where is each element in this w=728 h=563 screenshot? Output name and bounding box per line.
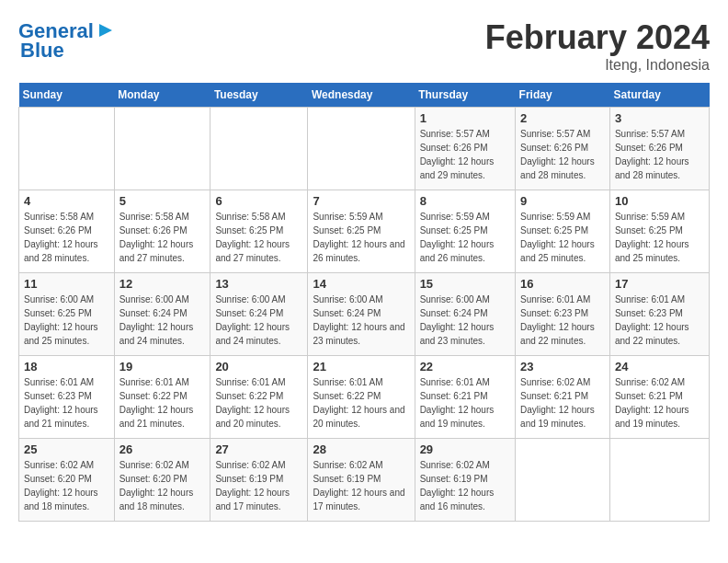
day-info: Sunrise: 5:59 AMSunset: 6:25 PMDaylight:… — [520, 210, 605, 265]
title-block: February 2024 Iteng, Indonesia — [485, 18, 710, 74]
day-info: Sunrise: 6:00 AMSunset: 6:24 PMDaylight:… — [119, 293, 206, 348]
day-info: Sunrise: 5:57 AMSunset: 6:26 PMDaylight:… — [520, 127, 605, 182]
calendar-cell: 29Sunrise: 6:02 AMSunset: 6:19 PMDayligh… — [415, 439, 515, 522]
day-info: Sunrise: 6:01 AMSunset: 6:23 PMDaylight:… — [615, 293, 704, 348]
day-info: Sunrise: 6:02 AMSunset: 6:19 PMDaylight:… — [313, 458, 409, 513]
weekday-header-friday: Friday — [516, 83, 610, 108]
calendar-cell — [19, 108, 115, 190]
day-info: Sunrise: 6:01 AMSunset: 6:21 PMDaylight:… — [420, 375, 510, 431]
day-number: 18 — [24, 360, 109, 373]
day-number: 29 — [420, 442, 510, 456]
page-header: General Blue February 2024 Iteng, Indone… — [18, 18, 710, 74]
calendar-cell — [609, 439, 709, 522]
calendar-cell: 5Sunrise: 5:58 AMSunset: 6:26 PMDaylight… — [114, 190, 210, 273]
day-info: Sunrise: 5:57 AMSunset: 6:26 PMDaylight:… — [420, 127, 510, 182]
calendar-table: SundayMondayTuesdayWednesdayThursdayFrid… — [18, 83, 710, 522]
weekday-header-monday: Monday — [114, 83, 210, 108]
weekday-header-sunday: Sunday — [19, 83, 115, 108]
day-number: 20 — [215, 360, 302, 373]
day-info: Sunrise: 6:02 AMSunset: 6:19 PMDaylight:… — [420, 458, 510, 513]
calendar-cell: 2Sunrise: 5:57 AMSunset: 6:26 PMDaylight… — [516, 108, 610, 190]
day-number: 1 — [420, 111, 510, 125]
weekday-header-wednesday: Wednesday — [308, 83, 415, 108]
day-info: Sunrise: 5:59 AMSunset: 6:25 PMDaylight:… — [615, 210, 704, 265]
weekday-header-row: SundayMondayTuesdayWednesdayThursdayFrid… — [19, 83, 710, 108]
day-info: Sunrise: 6:01 AMSunset: 6:22 PMDaylight:… — [313, 375, 409, 431]
day-info: Sunrise: 6:01 AMSunset: 6:23 PMDaylight:… — [24, 375, 109, 431]
day-number: 8 — [420, 194, 510, 208]
logo-blue-text: Blue — [20, 40, 64, 61]
day-number: 24 — [615, 360, 704, 373]
day-info: Sunrise: 6:02 AMSunset: 6:21 PMDaylight:… — [615, 375, 704, 431]
day-info: Sunrise: 6:00 AMSunset: 6:25 PMDaylight:… — [24, 293, 109, 348]
day-info: Sunrise: 5:58 AMSunset: 6:25 PMDaylight:… — [215, 210, 302, 265]
calendar-cell: 1Sunrise: 5:57 AMSunset: 6:26 PMDaylight… — [415, 108, 515, 190]
calendar-cell: 12Sunrise: 6:00 AMSunset: 6:24 PMDayligh… — [114, 273, 210, 356]
day-info: Sunrise: 6:01 AMSunset: 6:22 PMDaylight:… — [119, 375, 206, 431]
calendar-cell: 7Sunrise: 5:59 AMSunset: 6:25 PMDaylight… — [308, 190, 415, 273]
day-number: 17 — [615, 277, 704, 291]
calendar-cell: 4Sunrise: 5:58 AMSunset: 6:26 PMDaylight… — [19, 190, 115, 273]
calendar-week-row: 25Sunrise: 6:02 AMSunset: 6:20 PMDayligh… — [19, 439, 710, 522]
day-info: Sunrise: 6:00 AMSunset: 6:24 PMDaylight:… — [313, 293, 409, 348]
calendar-cell: 22Sunrise: 6:01 AMSunset: 6:21 PMDayligh… — [415, 356, 515, 439]
day-number: 9 — [520, 194, 605, 208]
day-number: 4 — [24, 194, 109, 208]
day-number: 10 — [615, 194, 704, 208]
day-info: Sunrise: 5:58 AMSunset: 6:26 PMDaylight:… — [24, 210, 109, 265]
calendar-title: February 2024 — [485, 18, 710, 57]
calendar-cell: 28Sunrise: 6:02 AMSunset: 6:19 PMDayligh… — [308, 439, 415, 522]
calendar-cell: 10Sunrise: 5:59 AMSunset: 6:25 PMDayligh… — [609, 190, 709, 273]
calendar-week-row: 4Sunrise: 5:58 AMSunset: 6:26 PMDaylight… — [19, 190, 710, 273]
day-number: 21 — [313, 360, 409, 373]
day-number: 13 — [215, 277, 302, 291]
day-info: Sunrise: 5:59 AMSunset: 6:25 PMDaylight:… — [313, 210, 409, 265]
calendar-cell: 14Sunrise: 6:00 AMSunset: 6:24 PMDayligh… — [308, 273, 415, 356]
calendar-cell: 27Sunrise: 6:02 AMSunset: 6:19 PMDayligh… — [210, 439, 308, 522]
calendar-cell: 19Sunrise: 6:01 AMSunset: 6:22 PMDayligh… — [114, 356, 210, 439]
day-number: 7 — [313, 194, 409, 208]
day-number: 11 — [24, 277, 109, 291]
calendar-cell: 20Sunrise: 6:01 AMSunset: 6:22 PMDayligh… — [210, 356, 308, 439]
calendar-cell: 8Sunrise: 5:59 AMSunset: 6:25 PMDaylight… — [415, 190, 515, 273]
calendar-cell: 17Sunrise: 6:01 AMSunset: 6:23 PMDayligh… — [609, 273, 709, 356]
logo: General Blue — [18, 18, 116, 61]
calendar-cell — [308, 108, 415, 190]
calendar-cell: 25Sunrise: 6:02 AMSunset: 6:20 PMDayligh… — [19, 439, 115, 522]
day-number: 15 — [420, 277, 510, 291]
day-number: 28 — [313, 442, 409, 456]
day-number: 25 — [24, 442, 109, 456]
day-number: 19 — [119, 360, 206, 373]
calendar-cell: 16Sunrise: 6:01 AMSunset: 6:23 PMDayligh… — [516, 273, 610, 356]
day-info: Sunrise: 6:02 AMSunset: 6:19 PMDaylight:… — [215, 458, 302, 513]
calendar-location: Iteng, Indonesia — [485, 57, 710, 74]
day-info: Sunrise: 6:01 AMSunset: 6:23 PMDaylight:… — [520, 293, 605, 348]
day-number: 27 — [215, 442, 302, 456]
calendar-cell — [516, 439, 610, 522]
day-info: Sunrise: 6:02 AMSunset: 6:21 PMDaylight:… — [520, 375, 605, 431]
weekday-header-tuesday: Tuesday — [210, 83, 308, 108]
weekday-header-thursday: Thursday — [415, 83, 515, 108]
day-number: 3 — [615, 111, 704, 125]
calendar-cell — [114, 108, 210, 190]
calendar-week-row: 18Sunrise: 6:01 AMSunset: 6:23 PMDayligh… — [19, 356, 710, 439]
day-number: 26 — [119, 442, 206, 456]
logo-arrow-icon — [96, 20, 116, 40]
day-info: Sunrise: 6:01 AMSunset: 6:22 PMDaylight:… — [215, 375, 302, 431]
calendar-cell: 3Sunrise: 5:57 AMSunset: 6:26 PMDaylight… — [609, 108, 709, 190]
day-info: Sunrise: 6:02 AMSunset: 6:20 PMDaylight:… — [24, 458, 109, 513]
calendar-header: SundayMondayTuesdayWednesdayThursdayFrid… — [19, 83, 710, 108]
day-number: 22 — [420, 360, 510, 373]
calendar-cell: 23Sunrise: 6:02 AMSunset: 6:21 PMDayligh… — [516, 356, 610, 439]
day-number: 2 — [520, 111, 605, 125]
day-number: 6 — [215, 194, 302, 208]
calendar-body: 1Sunrise: 5:57 AMSunset: 6:26 PMDaylight… — [19, 108, 710, 522]
calendar-cell: 26Sunrise: 6:02 AMSunset: 6:20 PMDayligh… — [114, 439, 210, 522]
day-info: Sunrise: 5:59 AMSunset: 6:25 PMDaylight:… — [420, 210, 510, 265]
day-number: 23 — [520, 360, 605, 373]
weekday-header-saturday: Saturday — [609, 83, 709, 108]
calendar-week-row: 1Sunrise: 5:57 AMSunset: 6:26 PMDaylight… — [19, 108, 710, 190]
day-info: Sunrise: 5:57 AMSunset: 6:26 PMDaylight:… — [615, 127, 704, 182]
calendar-cell: 9Sunrise: 5:59 AMSunset: 6:25 PMDaylight… — [516, 190, 610, 273]
day-info: Sunrise: 6:02 AMSunset: 6:20 PMDaylight:… — [119, 458, 206, 513]
